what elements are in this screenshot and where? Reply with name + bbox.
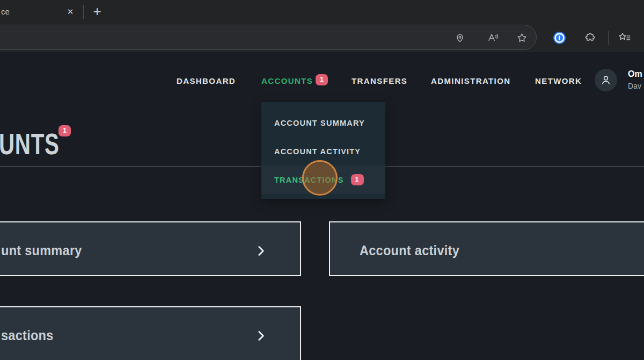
user-name[interactable]: Om (628, 69, 642, 79)
card-title: Account activity (360, 243, 459, 258)
toolbar-divider (608, 31, 609, 45)
nav-item-dashboard[interactable]: DASHBOARD (177, 76, 236, 85)
card-title: sactions (1, 328, 54, 343)
tab-divider (83, 5, 84, 19)
chevron-right-icon (254, 329, 268, 343)
web-page: DASHBOARD ACCOUNTS 1 TRANSFERS ADMINISTR… (0, 52, 644, 360)
menu-item-label: ACCOUNT SUMMARY (274, 119, 365, 127)
read-aloud-icon[interactable] (486, 31, 500, 45)
nav-item-administration[interactable]: ADMINISTRATION (431, 76, 510, 85)
tab-title[interactable]: ce (1, 7, 10, 16)
menu-item-account-summary[interactable]: ACCOUNT SUMMARY (261, 109, 385, 137)
nav-item-network[interactable]: NETWORK (535, 76, 582, 85)
menu-item-label: ACCOUNT ACTIVITY (274, 147, 361, 156)
add-favorite-star-icon[interactable] (515, 31, 529, 45)
page-title: UNTS (0, 126, 60, 161)
browser-chrome: ce ✕ + (0, 0, 644, 52)
nav-item-accounts[interactable]: ACCOUNTS (261, 76, 313, 85)
tab-strip: ce ✕ + (0, 0, 644, 24)
extensions-icon[interactable] (583, 31, 597, 45)
card-account-activity[interactable]: Account activity (329, 221, 644, 276)
user-subtitle: Dav (628, 82, 641, 90)
person-icon (599, 74, 612, 87)
location-pin-icon[interactable] (453, 31, 467, 45)
click-indicator-ring (302, 160, 338, 196)
screenshot: ce ✕ + (0, 0, 644, 360)
card-title: unt summary (1, 243, 82, 258)
card-account-summary[interactable]: unt summary (0, 221, 301, 276)
new-tab-button[interactable]: + (89, 3, 105, 20)
nav-item-transfers[interactable]: TRANSFERS (352, 76, 407, 85)
accounts-badge: 1 (316, 74, 328, 85)
card-transactions[interactable]: sactions (0, 306, 301, 360)
favorites-bar-icon[interactable] (617, 31, 631, 45)
onepassword-extension-icon[interactable] (552, 31, 566, 45)
tab-close-icon[interactable]: ✕ (64, 5, 77, 18)
chevron-right-icon (254, 244, 268, 258)
transactions-badge: 1 (351, 174, 364, 185)
user-avatar[interactable] (595, 69, 617, 91)
page-title-badge: 1 (58, 125, 71, 136)
